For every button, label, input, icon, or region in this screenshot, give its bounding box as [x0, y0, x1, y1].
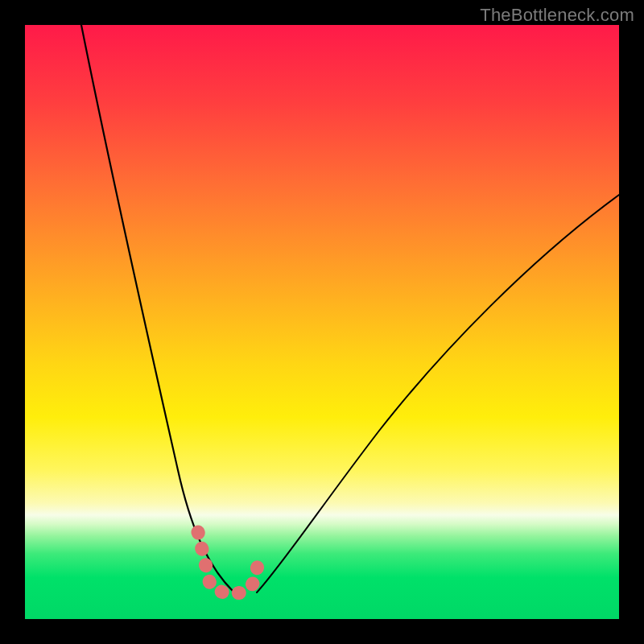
valley-dots [198, 532, 258, 593]
watermark-text: TheBottleneck.com [480, 5, 634, 26]
chart-plot-area [25, 25, 619, 619]
chart-frame: TheBottleneck.com [0, 0, 644, 644]
curve-left [81, 25, 233, 591]
chart-svg [25, 25, 619, 619]
curve-right [257, 195, 619, 592]
